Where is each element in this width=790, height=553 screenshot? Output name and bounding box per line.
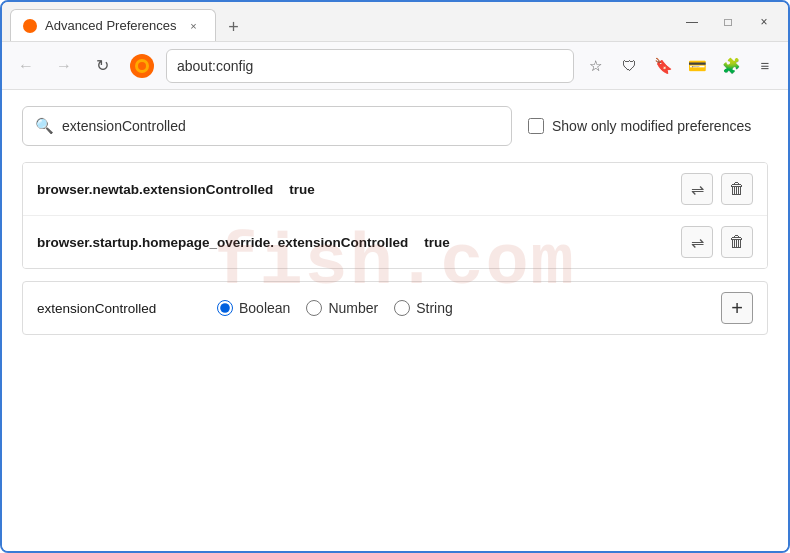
content-area: 🔍 Show only modified preferences browser… (2, 90, 788, 553)
nav-icons-right: ☆ 🛡 🔖 💳 🧩 ≡ (580, 51, 780, 81)
bookmark-star-icon[interactable]: ☆ (580, 51, 610, 81)
refresh-button[interactable]: ↻ (86, 50, 118, 82)
new-preference-row: extensionControlled Boolean Number Strin… (22, 281, 768, 335)
search-row: 🔍 Show only modified preferences (22, 106, 768, 146)
delete-pref-1-button[interactable]: 🗑 (721, 173, 753, 205)
search-box: 🔍 (22, 106, 512, 146)
pref-name-1: browser.newtab.extensionControlled (37, 182, 273, 197)
add-preference-button[interactable]: + (721, 292, 753, 324)
pref-value-1: true (289, 182, 681, 197)
search-input[interactable] (62, 118, 499, 134)
show-modified-text: Show only modified preferences (552, 118, 751, 134)
pref-row-1: browser.newtab.extensionControlled true … (23, 163, 767, 216)
tab-title: Advanced Preferences (45, 18, 177, 33)
navigation-bar: ← → ↻ about:config ☆ 🛡 🔖 💳 🧩 ≡ (2, 42, 788, 90)
shield-icon[interactable]: 🛡 (614, 51, 644, 81)
address-bar[interactable]: about:config (166, 49, 574, 83)
show-modified-label[interactable]: Show only modified preferences (528, 118, 751, 134)
pref-actions-2: ⇌ 🗑 (681, 226, 753, 258)
pref-row-2: browser.startup.homepage_override. exten… (23, 216, 767, 268)
back-button[interactable]: ← (10, 50, 42, 82)
svg-point-2 (138, 62, 146, 70)
wallet-icon[interactable]: 💳 (682, 51, 712, 81)
pref-name-2: browser.startup.homepage_override. exten… (37, 235, 408, 250)
delete-pref-2-button[interactable]: 🗑 (721, 226, 753, 258)
minimize-button[interactable]: — (676, 8, 708, 36)
content-wrapper: 🔍 Show only modified preferences browser… (22, 106, 768, 335)
window-controls: — □ × (676, 8, 780, 36)
tab-favicon (23, 19, 37, 33)
boolean-label: Boolean (239, 300, 290, 316)
string-label: String (416, 300, 453, 316)
show-modified-checkbox[interactable] (528, 118, 544, 134)
string-radio-option[interactable]: String (394, 300, 453, 316)
tab-close-button[interactable]: × (185, 17, 203, 35)
reset-pref-1-button[interactable]: ⇌ (681, 173, 713, 205)
forward-button[interactable]: → (48, 50, 80, 82)
boolean-radio-option[interactable]: Boolean (217, 300, 290, 316)
reset-pref-2-button[interactable]: ⇌ (681, 226, 713, 258)
pref-value-2: true (424, 235, 681, 250)
extension-icon[interactable]: 🔖 (648, 51, 678, 81)
menu-button[interactable]: ≡ (750, 51, 780, 81)
maximize-button[interactable]: □ (712, 8, 744, 36)
close-button[interactable]: × (748, 8, 780, 36)
type-radio-group: Boolean Number String (217, 300, 701, 316)
search-icon: 🔍 (35, 117, 54, 135)
new-pref-name: extensionControlled (37, 301, 177, 316)
tab-area: Advanced Preferences × + (10, 2, 672, 41)
number-label: Number (328, 300, 378, 316)
address-text: about:config (177, 58, 563, 74)
string-radio[interactable] (394, 300, 410, 316)
browser-tab[interactable]: Advanced Preferences × (10, 9, 216, 41)
new-tab-button[interactable]: + (220, 13, 248, 41)
extensions-icon[interactable]: 🧩 (716, 51, 746, 81)
firefox-logo (128, 52, 156, 80)
number-radio[interactable] (306, 300, 322, 316)
title-bar: Advanced Preferences × + — □ × (2, 2, 788, 42)
boolean-radio[interactable] (217, 300, 233, 316)
number-radio-option[interactable]: Number (306, 300, 378, 316)
preferences-table: browser.newtab.extensionControlled true … (22, 162, 768, 269)
pref-actions-1: ⇌ 🗑 (681, 173, 753, 205)
